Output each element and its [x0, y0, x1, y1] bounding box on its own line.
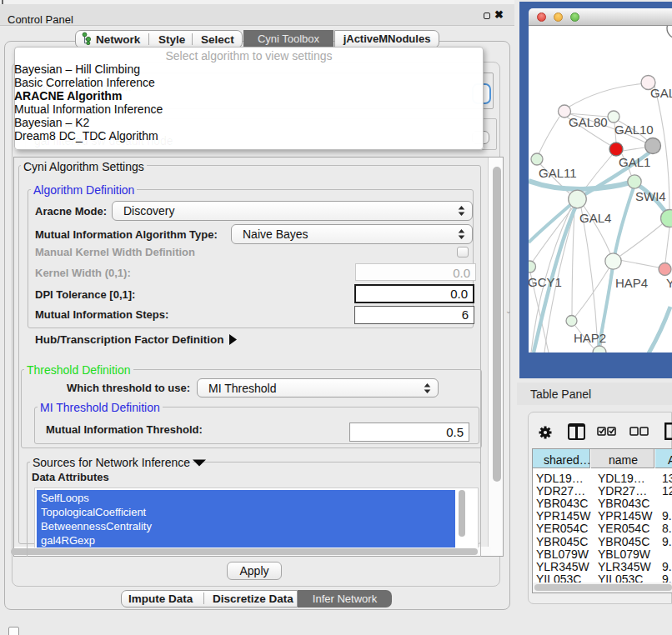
- svg-text:GAL4: GAL4: [579, 211, 611, 225]
- svg-text:GAL10: GAL10: [614, 122, 654, 137]
- svg-text:GCY1: GCY1: [529, 275, 562, 289]
- svg-text:HAP2: HAP2: [574, 331, 606, 345]
- svg-text:SWI4: SWI4: [635, 189, 666, 203]
- svg-text:HAP4: HAP4: [615, 276, 648, 290]
- svg-text:GAL1: GAL1: [619, 155, 650, 169]
- svg-text:GAL7: GAL7: [650, 86, 672, 100]
- svg-text:GAL11: GAL11: [539, 166, 577, 180]
- svg-text:YM: YM: [666, 276, 672, 290]
- svg-text:GAL80: GAL80: [569, 115, 608, 129]
